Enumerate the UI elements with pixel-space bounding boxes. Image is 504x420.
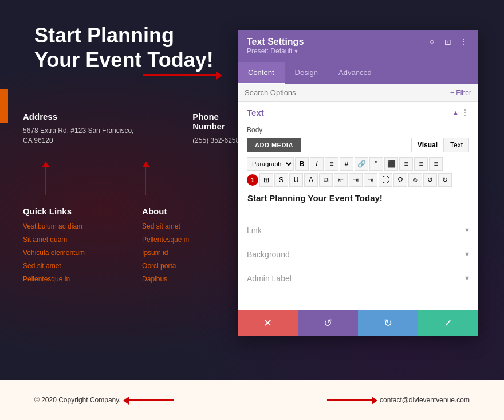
- panel-footer: ✕ ↺ ↻ ✓: [238, 310, 478, 336]
- footer-arrow-right: [327, 399, 373, 401]
- quote-button[interactable]: ": [369, 157, 383, 171]
- indent-right-button[interactable]: ⇥: [349, 173, 363, 187]
- address-label: Address: [23, 112, 135, 121]
- redo-toolbar-button[interactable]: ↻: [438, 173, 452, 187]
- list-item: Sed sit amet: [142, 221, 189, 231]
- add-media-row: ADD MEDIA Visual Text: [247, 138, 469, 152]
- info-section: Address 5678 Extra Rd. #123 San Francisc…: [23, 112, 241, 146]
- list-item: Vehicula elementum: [23, 247, 85, 257]
- expand-icon[interactable]: ⊡: [443, 37, 453, 47]
- phone-block: Phone Number (255) 352-6258: [192, 112, 241, 146]
- undo-toolbar-button[interactable]: ↺: [423, 173, 437, 187]
- indent-left-button[interactable]: ⇤: [334, 173, 348, 187]
- bold-button[interactable]: B: [295, 157, 309, 171]
- link-section[interactable]: Link ▾: [238, 218, 478, 242]
- text-section-header: Text ▴ ⋮: [238, 102, 478, 121]
- link-chevron-icon: ▾: [465, 225, 469, 235]
- redo-button[interactable]: ↻: [358, 310, 418, 336]
- list-item: Oorci porta: [142, 260, 189, 270]
- about-links-list: Sed sit amet Pellentesque in Ipsum id Oo…: [142, 221, 189, 284]
- align-center-button[interactable]: ≡: [399, 157, 413, 171]
- visual-text-toggle: Visual Text: [411, 138, 469, 152]
- panel-header-right: ○ ⊡ ⋮: [427, 37, 469, 47]
- panel-header: Text Settings Preset: Default ▾ ○ ⊡ ⋮: [238, 30, 478, 62]
- panel-header-left: Text Settings Preset: Default ▾: [247, 37, 304, 55]
- cancel-button[interactable]: ✕: [238, 310, 298, 336]
- list-item: Dapibus: [142, 273, 189, 284]
- panel-search-bar: + Filter: [238, 84, 478, 102]
- tab-content[interactable]: Content: [238, 62, 285, 84]
- admin-label: Admin Label: [247, 274, 292, 283]
- about-block: About Sed sit amet Pellentesque in Ipsum…: [142, 206, 189, 286]
- indent-more-button[interactable]: ⇥: [364, 173, 377, 187]
- link-button[interactable]: 🔗: [355, 157, 368, 171]
- hero-arrow: [143, 74, 218, 76]
- fullscreen-button[interactable]: ⛶: [379, 173, 392, 187]
- align-justify-button[interactable]: ≡: [429, 157, 443, 171]
- phone-label: Phone Number: [192, 112, 241, 131]
- list-item: Ipsum id: [142, 247, 189, 257]
- step-indicator: 1: [247, 174, 258, 186]
- background-chevron-icon: ▾: [465, 249, 469, 259]
- background-label: Background: [247, 250, 290, 259]
- quick-links-block: Quick Links Vestibulum ac diam Sit amet …: [23, 206, 85, 286]
- panel-title: Text Settings: [247, 37, 304, 47]
- panel-preset[interactable]: Preset: Default ▾: [247, 47, 304, 55]
- list-item: Vestibulum ac diam: [23, 221, 85, 231]
- collapse-icon[interactable]: ▴: [454, 108, 458, 117]
- undo-button[interactable]: ↺: [298, 310, 358, 336]
- panel-tabs: Content Design Advanced: [238, 62, 478, 84]
- color-button[interactable]: A: [304, 173, 318, 187]
- about-label: About: [142, 206, 189, 216]
- editor-area: ADD MEDIA Visual Text Paragraph Heading …: [238, 138, 478, 218]
- section-title: Text: [247, 108, 264, 117]
- hero-section: Start Planning Your Event Today!: [0, 0, 238, 115]
- phone-value: (255) 352-6258: [192, 136, 241, 146]
- address-block: Address 5678 Extra Rd. #123 San Francisc…: [23, 112, 135, 146]
- footer-right: contact@divieventvenue.com: [327, 396, 470, 404]
- strikethrough-button[interactable]: S: [274, 173, 288, 187]
- align-left-button[interactable]: ⬛: [384, 157, 398, 171]
- list-item: Pellentesque in: [23, 273, 85, 284]
- body-label: Body: [238, 121, 478, 138]
- underline-button[interactable]: U: [289, 173, 303, 187]
- table-button[interactable]: ⊞: [259, 173, 273, 187]
- filter-button[interactable]: + Filter: [450, 89, 471, 97]
- emoji-button[interactable]: ☺: [408, 173, 422, 187]
- admin-label-section[interactable]: Admin Label ▾: [238, 266, 478, 290]
- circle-icon[interactable]: ○: [427, 37, 437, 47]
- align-right-button[interactable]: ≡: [414, 157, 428, 171]
- links-section: Quick Links Vestibulum ac diam Sit amet …: [23, 206, 241, 286]
- paste-button[interactable]: ⧉: [319, 173, 333, 187]
- admin-chevron-icon: ▾: [465, 273, 469, 283]
- footer-bar: © 2020 Copyright Company. contact@diviev…: [0, 380, 504, 420]
- visual-button[interactable]: Visual: [411, 138, 444, 152]
- ol-button[interactable]: #: [340, 157, 353, 171]
- panel-content: Text ▴ ⋮ Body ADD MEDIA Visual Text Para…: [238, 102, 478, 310]
- add-media-button[interactable]: ADD MEDIA: [247, 138, 301, 152]
- quick-links-list: Vestibulum ac diam Sit amet quam Vehicul…: [23, 221, 85, 284]
- tab-advanced[interactable]: Advanced: [328, 62, 382, 84]
- search-input[interactable]: [245, 88, 341, 97]
- quick-links-label: Quick Links: [23, 206, 85, 216]
- dots-menu-icon[interactable]: ⋮: [459, 37, 469, 47]
- list-item: Sit amet quam: [23, 234, 85, 244]
- link-label: Link: [247, 226, 262, 235]
- hero-title: Start Planning Your Event Today!: [34, 23, 220, 72]
- omega-button[interactable]: Ω: [393, 173, 407, 187]
- section-header-right: ▴ ⋮: [454, 108, 469, 117]
- footer-left: © 2020 Copyright Company.: [34, 396, 174, 404]
- paragraph-select[interactable]: Paragraph Heading 1 Heading 2: [247, 157, 294, 171]
- editor-text-content[interactable]: Start Planning Your Event Today!: [247, 189, 469, 212]
- list-item: Pellentesque in: [142, 234, 189, 244]
- footer-arrow-left: [128, 399, 174, 401]
- italic-button[interactable]: I: [310, 157, 324, 171]
- toolbar-row-1: Paragraph Heading 1 Heading 2 B I ≡ # 🔗 …: [247, 157, 469, 171]
- section-dots-icon[interactable]: ⋮: [461, 108, 469, 117]
- arrow-up-1: [45, 166, 46, 195]
- text-button[interactable]: Text: [444, 138, 469, 152]
- ul-button[interactable]: ≡: [325, 157, 338, 171]
- background-section[interactable]: Background ▾: [238, 242, 478, 266]
- tab-design[interactable]: Design: [285, 62, 328, 84]
- save-button[interactable]: ✓: [418, 310, 478, 336]
